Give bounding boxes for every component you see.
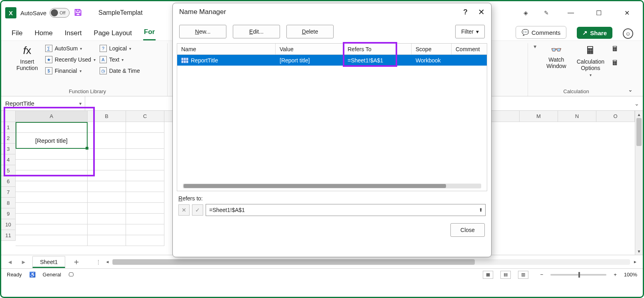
save-icon[interactable] <box>74 8 82 18</box>
logical-button[interactable]: ?Logical <box>100 45 140 52</box>
cell[interactable] <box>88 235 126 246</box>
cell[interactable] <box>126 214 164 224</box>
cell[interactable] <box>126 170 164 181</box>
cell[interactable] <box>126 203 164 214</box>
cell[interactable] <box>16 160 88 170</box>
name-box-dropdown-icon[interactable]: ▾ <box>79 101 82 106</box>
zoom-slider[interactable] <box>550 274 606 276</box>
zoom-level[interactable]: 100% <box>624 272 637 278</box>
col-header[interactable]: O <box>596 111 635 122</box>
dialog-hscroll-thumb[interactable] <box>184 184 446 188</box>
cell[interactable] <box>126 160 164 170</box>
refers-cancel-button[interactable]: ✕ <box>178 204 190 216</box>
row-header[interactable]: 5 <box>1 165 15 176</box>
cell[interactable] <box>88 122 126 133</box>
hscroll-right-icon[interactable]: ► <box>632 258 639 266</box>
list-header[interactable]: Name Value Refers To Scope Comment <box>177 44 487 55</box>
collapse-dialog-icon[interactable]: ⬆ <box>479 207 483 213</box>
pen-sparkle-icon[interactable]: ✎ <box>542 8 551 17</box>
scroll-thumb[interactable] <box>636 118 642 146</box>
cell[interactable] <box>126 224 164 235</box>
add-sheet-button[interactable]: ＋ <box>69 256 84 267</box>
watch-window-button[interactable]: 👓 Watch Window <box>543 43 570 71</box>
scroll-down-icon[interactable]: ▼ <box>635 248 643 255</box>
row-header[interactable]: 3 <box>1 144 15 154</box>
delete-name-button[interactable]: Delete <box>286 25 334 38</box>
feedback-smiley-icon[interactable]: ☺ <box>623 28 633 39</box>
tab-insert[interactable]: Insert <box>64 28 83 40</box>
row-header[interactable]: 7 <box>1 187 15 198</box>
financial-button[interactable]: $Financial <box>45 67 96 74</box>
cell[interactable] <box>126 133 164 149</box>
col-header-value[interactable]: Value <box>276 44 344 54</box>
col-header[interactable]: B <box>88 111 126 122</box>
display-settings-icon[interactable]: 🖵 <box>68 272 74 278</box>
close-window-button[interactable]: ✕ <box>619 7 635 19</box>
dialog-titlebar[interactable]: Name Manager ? ✕ <box>173 3 491 21</box>
cell[interactable] <box>16 235 88 246</box>
zoom-slider-knob[interactable] <box>578 272 580 278</box>
zoom-in-icon[interactable]: + <box>614 272 617 278</box>
hscroll-thumb[interactable] <box>112 259 475 265</box>
cell[interactable] <box>88 181 126 192</box>
row-header[interactable]: 9 <box>1 208 15 219</box>
row-header[interactable]: 2 <box>1 133 15 144</box>
sheet-nav-prev-icon[interactable]: ◄ <box>5 257 15 267</box>
cell[interactable] <box>126 192 164 203</box>
view-page-break-button[interactable]: ▥ <box>518 271 528 279</box>
calculation-options-button[interactable]: 🖩 Calculation Options <box>574 43 608 79</box>
tab-file[interactable]: File <box>11 28 23 40</box>
cell-A1[interactable] <box>16 122 88 133</box>
row-header[interactable]: 4 <box>1 154 15 165</box>
hscroll-left-icon[interactable]: ◄ <box>104 258 111 266</box>
col-header-name[interactable]: Name <box>177 44 276 54</box>
refers-to-input[interactable]: =Sheet1!$A$1 ⬆ <box>206 204 486 216</box>
comments-button[interactable]: 💬 Comments <box>516 26 567 39</box>
autosave-toggle[interactable]: AutoSave Off <box>20 8 70 18</box>
autosum-button[interactable]: ∑AutoSum <box>45 45 96 52</box>
col-header[interactable]: C <box>126 111 164 122</box>
insert-function-button[interactable]: fx Insert Function <box>13 43 41 73</box>
dialog-help-icon[interactable]: ? <box>463 8 468 16</box>
cell-A2[interactable]: [Report title] <box>16 133 88 149</box>
filter-button[interactable]: Filter▾ <box>455 25 485 38</box>
col-header[interactable]: A <box>16 111 88 122</box>
calc-sheet-icon[interactable]: 🖩 <box>612 59 619 67</box>
name-box[interactable]: ReportTitle ▾ <box>1 96 85 110</box>
row-header[interactable]: 8 <box>1 198 15 208</box>
new-name-button[interactable]: NNew...ew... <box>179 25 226 38</box>
col-header[interactable]: N <box>558 111 596 122</box>
col-header[interactable]: M <box>520 111 558 122</box>
row-headers[interactable]: 1 2 3 4 5 6 7 8 9 10 11 <box>1 122 16 241</box>
cell[interactable] <box>88 224 126 235</box>
formula-bar-expand-icon[interactable]: ⌄ <box>631 96 643 110</box>
col-header-refers[interactable]: Refers To <box>344 44 412 54</box>
cell[interactable] <box>126 149 164 160</box>
sheet-nav-next-icon[interactable]: ► <box>19 257 28 267</box>
sheet-tab-splitter[interactable]: ⋮ <box>96 259 100 265</box>
row-header[interactable]: 10 <box>1 219 15 230</box>
tab-page-layout[interactable]: Page Layout <box>93 28 132 40</box>
cell[interactable] <box>16 170 88 181</box>
tab-formulas[interactable]: For <box>143 26 156 40</box>
text-button[interactable]: AText <box>100 56 140 63</box>
list-row[interactable]: ReportTitle [Report title] =Sheet1!$A$1 … <box>177 55 487 66</box>
col-header-scope[interactable]: Scope <box>412 44 452 54</box>
calc-now-icon[interactable]: 🖩 <box>612 45 619 53</box>
refers-confirm-button[interactable]: ✓ <box>192 204 203 216</box>
vertical-scrollbar[interactable]: ▲ ▼ <box>635 111 643 255</box>
date-time-button[interactable]: ◷Date & Time <box>100 67 140 74</box>
col-header-comment[interactable]: Comment <box>452 44 487 54</box>
scroll-up-icon[interactable]: ▲ <box>635 111 643 118</box>
toggle-switch[interactable]: Off <box>50 8 70 18</box>
view-page-layout-button[interactable]: ▤ <box>500 271 511 279</box>
cell[interactable] <box>16 192 88 203</box>
close-button[interactable]: Close <box>450 223 485 237</box>
horizontal-scrollbar[interactable]: ⋮ ◄ ► <box>96 258 639 266</box>
diamond-icon[interactable]: ◈ <box>521 8 530 17</box>
cell[interactable] <box>126 122 164 133</box>
cell[interactable] <box>88 170 126 181</box>
cell[interactable] <box>16 181 88 192</box>
accessibility-icon[interactable]: ♿ <box>29 272 36 278</box>
row-header[interactable]: 1 <box>1 122 15 133</box>
